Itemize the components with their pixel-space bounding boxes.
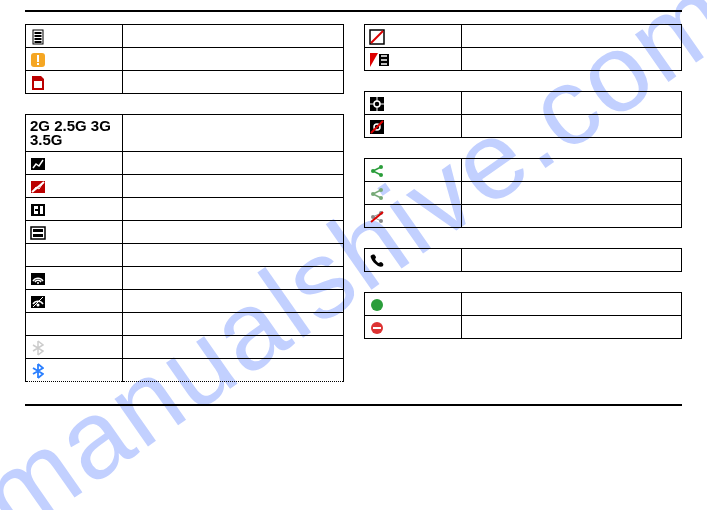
table-row [26, 267, 344, 290]
table-row [26, 244, 344, 267]
table-row [26, 336, 344, 359]
svg-point-49 [371, 299, 383, 311]
svg-line-37 [373, 171, 381, 175]
cell-desc [123, 48, 344, 71]
svg-rect-4 [35, 41, 42, 43]
svg-rect-8 [34, 81, 42, 88]
cell-desc [123, 244, 344, 267]
cell-desc [123, 359, 344, 382]
sharing-table [364, 158, 683, 228]
cell-desc [123, 221, 344, 244]
top-rule [25, 10, 682, 12]
cell-desc [123, 25, 344, 48]
table-row [364, 249, 682, 272]
share-error-icon [369, 209, 385, 225]
svg-rect-2 [35, 35, 42, 37]
cell-desc [123, 152, 344, 175]
svg-point-19 [37, 303, 40, 306]
cell-desc [461, 182, 682, 205]
cell-desc [461, 205, 682, 228]
table-row [364, 92, 682, 115]
table-row [364, 182, 682, 205]
cell-desc [461, 249, 682, 272]
gps-off-icon [369, 119, 385, 135]
svg-line-42 [373, 194, 381, 198]
share-pending-icon [369, 186, 385, 202]
bluetooth-icon [30, 363, 46, 379]
table-row [26, 221, 344, 244]
svg-rect-51 [373, 327, 381, 329]
table-row [26, 175, 344, 198]
table-row [26, 198, 344, 221]
cell-desc [123, 336, 344, 359]
table-row [364, 205, 682, 228]
cell-desc [461, 25, 682, 48]
phone-icon [369, 253, 385, 269]
table-row [364, 115, 682, 138]
svg-rect-14 [33, 229, 43, 232]
table-row [364, 48, 682, 71]
table-row: 2G 2.5G 3G 3.5G [26, 115, 344, 152]
table-row [26, 290, 344, 313]
network-header-cell: 2G 2.5G 3G 3.5G [26, 115, 123, 152]
signal-none-icon [30, 156, 46, 172]
svg-marker-23 [370, 53, 378, 67]
table-row [26, 152, 344, 175]
svg-rect-1 [35, 32, 42, 34]
wlan-open-icon [30, 294, 46, 310]
svg-line-36 [373, 167, 381, 171]
cell-desc [461, 48, 682, 71]
sync-off-icon [369, 29, 385, 45]
table-row [26, 359, 344, 382]
table-row [364, 293, 682, 316]
svg-rect-15 [33, 234, 43, 237]
svg-point-17 [37, 282, 39, 284]
table-row [26, 71, 344, 94]
cell-desc [123, 175, 344, 198]
alert-icon [30, 52, 46, 68]
cell-desc [123, 198, 344, 221]
egprs-icon [30, 225, 46, 241]
cell-desc [461, 159, 682, 182]
signal-off-icon [30, 179, 46, 195]
bluetooth-pending-icon [30, 340, 46, 356]
presence-busy-icon [369, 320, 385, 336]
call-table [364, 248, 683, 272]
presence-available-icon [369, 297, 385, 313]
network-table: 2G 2.5G 3G 3.5G [25, 114, 344, 382]
cell-desc [461, 293, 682, 316]
svg-line-22 [371, 31, 383, 43]
table-row [26, 313, 344, 336]
left-column: 2G 2.5G 3G 3.5G [25, 24, 344, 382]
svg-rect-3 [35, 38, 42, 40]
table-row [26, 25, 344, 48]
cell-desc [123, 71, 344, 94]
cell-desc [123, 313, 344, 336]
battery-full-icon [30, 29, 46, 45]
cell-desc [461, 92, 682, 115]
right-column [364, 24, 683, 382]
gprs-icon [30, 202, 46, 218]
table-row [364, 159, 682, 182]
cell-desc [461, 316, 682, 339]
svg-line-41 [373, 190, 381, 194]
wlan-icon [30, 271, 46, 287]
cell-desc [123, 267, 344, 290]
sync-conflict-icon [369, 52, 391, 68]
table-row [26, 48, 344, 71]
presence-table [364, 292, 683, 339]
svg-rect-7 [37, 63, 39, 65]
svg-rect-6 [37, 55, 39, 62]
page-content: 2G 2.5G 3G 3.5G [0, 0, 707, 406]
battery-status-table [25, 24, 344, 94]
cell-desc [461, 115, 682, 138]
table-row [364, 316, 682, 339]
gps-table [364, 91, 683, 138]
svg-rect-13 [31, 227, 45, 239]
memory-card-icon [30, 75, 46, 91]
bottom-rule [25, 404, 682, 406]
gps-on-icon [369, 96, 385, 112]
table-row [364, 25, 682, 48]
cell-desc [123, 115, 344, 152]
svg-rect-9 [31, 158, 45, 170]
